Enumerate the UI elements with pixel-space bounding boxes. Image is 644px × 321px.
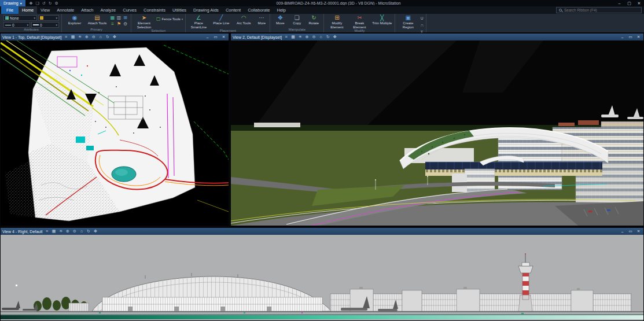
view-menu-icon[interactable]: ≡	[284, 34, 289, 40]
display-style-icon[interactable]: ☀	[77, 34, 82, 40]
break-element-button[interactable]: ✂ Break Element	[349, 14, 370, 29]
view-menu-icon[interactable]: ≡	[63, 34, 68, 40]
maximize-button[interactable]: ▢	[624, 0, 634, 6]
element-selection-icon: ➤	[142, 14, 146, 21]
zoom-in-icon[interactable]: ⊕	[304, 34, 310, 40]
chevron-down-icon: ▾	[56, 16, 57, 20]
element-selection-button[interactable]: ➤ Element Selection	[134, 14, 154, 29]
view2-titlebar[interactable]: View 2, Default [Displayset] ≡ ▦ ☀ ⊕ ⊖ ⌂…	[231, 34, 643, 40]
view-restore-button[interactable]: ▭	[627, 229, 634, 234]
new-file-icon[interactable]: ✚	[30, 0, 33, 6]
minimize-button[interactable]: –	[614, 0, 624, 6]
tab-view[interactable]: View	[37, 6, 53, 14]
tab-analyze[interactable]: Analyze	[97, 6, 120, 14]
attach-tools-button[interactable]: ▤ Attach Tools	[87, 14, 108, 25]
rotate-view-icon[interactable]: ↻	[325, 34, 330, 40]
pan-view-icon[interactable]: ✥	[112, 34, 117, 40]
view1-canvas[interactable]	[1, 40, 229, 226]
tab-constraints[interactable]: Constraints	[140, 6, 169, 14]
zoom-in-icon[interactable]: ⊕	[65, 228, 71, 235]
move-button[interactable]: ✥ Move	[273, 14, 288, 25]
levels-icon[interactable]: ≡	[109, 21, 116, 27]
modify-element-button[interactable]: ⊞ Modify Element	[326, 14, 347, 29]
pan-view-icon[interactable]: ✥	[332, 34, 337, 40]
line-weight-select[interactable]: 0 ▾	[31, 22, 59, 28]
more-placement-button[interactable]: ⋯ More	[256, 14, 267, 25]
tab-content[interactable]: Content	[222, 6, 244, 14]
fence-tools-button[interactable]: ▢ Fence Tools ▾	[156, 16, 183, 21]
pan-view-icon[interactable]: ✥	[93, 228, 98, 235]
zoom-out-icon[interactable]: ⊖	[91, 34, 96, 40]
tab-drawing-aids[interactable]: Drawing Aids	[190, 6, 222, 14]
view-attributes-icon[interactable]: ▦	[70, 34, 75, 40]
view-restore-button[interactable]: ▭	[627, 35, 634, 39]
view4-titlebar[interactable]: View 4 - Right, Default ≡ ▦ ☀ ⊕ ⊖ ⌂ ↻ ✥ …	[1, 228, 643, 235]
arc-tools-button[interactable]: ◠ Arc Tools	[233, 14, 254, 25]
models-icon[interactable]: ⊞	[122, 14, 128, 21]
view-close-button[interactable]: ✕	[635, 35, 642, 39]
tab-file[interactable]: File	[1, 6, 19, 14]
settings-icon[interactable]: ⚙	[122, 21, 128, 27]
fit-view-icon[interactable]: ⌂	[98, 34, 103, 40]
active-level-select[interactable]: ▾	[38, 15, 59, 21]
view-attributes-icon[interactable]: ▦	[290, 34, 296, 40]
view1-titlebar[interactable]: View 1 - Top, Default [Displayset] ≡ ▦ ☀…	[1, 34, 229, 40]
view-minimize-button[interactable]: –	[619, 35, 625, 39]
close-button[interactable]: ✕	[634, 0, 644, 6]
display-style-icon[interactable]: ☀	[297, 34, 303, 40]
explorer-icon: ◉	[72, 14, 78, 21]
copy-button[interactable]: ❏ Copy	[289, 14, 304, 25]
view-close-button[interactable]: ✕	[220, 35, 227, 39]
chevron-down-icon: ▾	[27, 23, 28, 27]
ribbon: None ▾ ▾ 0 ▾	[0, 14, 644, 33]
zoom-in-icon[interactable]: ⊕	[84, 34, 89, 40]
tab-attach[interactable]: Attach	[78, 6, 97, 14]
display-style-icon[interactable]: ☀	[58, 228, 64, 235]
fit-view-icon[interactable]: ⌂	[79, 228, 84, 235]
chevron-down-icon: ▾	[20, 1, 22, 5]
view-minimize-button[interactable]: –	[204, 35, 211, 39]
rotate-view-icon[interactable]: ↻	[86, 228, 91, 235]
view-close-button[interactable]: ✕	[635, 229, 642, 234]
properties-icon[interactable]: ⚑	[116, 21, 122, 27]
explorer-button[interactable]: ◉ Explorer	[64, 14, 85, 25]
save-icon[interactable]: ❏	[36, 0, 39, 6]
rotate-view-icon[interactable]: ↻	[105, 34, 110, 40]
view-minimize-button[interactable]: –	[619, 230, 625, 234]
workflow-selector[interactable]: Drawing ▾	[0, 0, 25, 6]
search-input[interactable]	[564, 8, 639, 12]
references-icon[interactable]: ▦	[109, 14, 116, 21]
tab-help[interactable]: Help	[274, 6, 289, 14]
rotate-button[interactable]: ↻ Rotate	[306, 14, 321, 25]
tab-home[interactable]: Home	[19, 6, 37, 14]
view-menu-icon[interactable]: ≡	[45, 228, 50, 235]
line-style-select[interactable]: 0 ▾	[3, 22, 30, 28]
undo-icon[interactable]: ↺	[42, 0, 46, 6]
raster-manager-icon[interactable]: ▥	[116, 14, 122, 21]
union-icon[interactable]: ∪	[420, 15, 424, 21]
tab-utilities[interactable]: Utilities	[169, 6, 190, 14]
tab-collaborate[interactable]: Collaborate	[244, 6, 273, 14]
zoom-out-icon[interactable]: ⊖	[311, 34, 317, 40]
tab-annotate[interactable]: Annotate	[53, 6, 78, 14]
trim-multiple-button[interactable]: ╳ Trim Multiple	[371, 14, 392, 25]
place-smartline-button[interactable]: ∠ Place SmartLine	[188, 14, 209, 29]
view-attributes-icon[interactable]: ▦	[51, 228, 57, 235]
quick-access-toolbar: ✚ ❏ ↺ ↻ ⚙	[25, 0, 62, 6]
settings-icon[interactable]: ⚙	[55, 0, 58, 6]
fit-view-icon[interactable]: ⌂	[318, 34, 323, 40]
ribbon-search[interactable]	[556, 7, 642, 13]
view4-canvas[interactable]	[1, 235, 643, 320]
view2-canvas[interactable]	[231, 40, 643, 226]
place-smartline-icon: ∠	[196, 14, 201, 21]
redo-icon[interactable]: ↻	[49, 0, 52, 6]
tab-curves[interactable]: Curves	[119, 6, 140, 14]
group-caption-manipulate: Manipulate	[273, 28, 321, 32]
view-restore-button[interactable]: ▭	[212, 35, 219, 39]
create-region-button[interactable]: ▣ Create Region	[398, 14, 418, 29]
intersect-icon[interactable]: ∩	[420, 22, 424, 28]
line-style-icon	[5, 25, 11, 25]
place-line-button[interactable]: ╱ Place Line	[211, 14, 231, 25]
active-template-select[interactable]: None ▾	[3, 15, 37, 21]
zoom-out-icon[interactable]: ⊖	[72, 228, 78, 235]
